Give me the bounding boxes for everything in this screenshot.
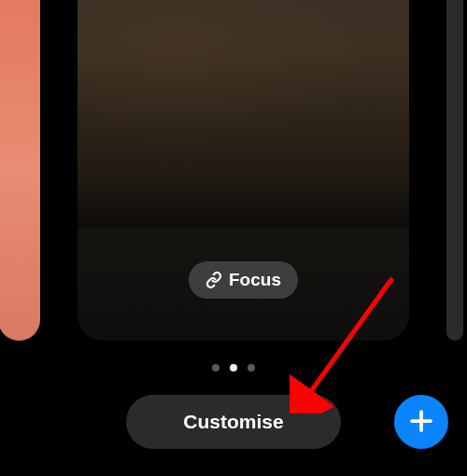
- customise-label: Customise: [183, 411, 283, 433]
- wallpaper-carousel[interactable]: Focus: [0, 0, 467, 341]
- customise-button[interactable]: Customise: [126, 395, 341, 449]
- bottom-toolbar: Customise: [0, 392, 467, 452]
- focus-button[interactable]: Focus: [189, 261, 298, 299]
- plus-icon: [407, 407, 435, 438]
- link-icon: [205, 272, 222, 288]
- wallpaper-card-current[interactable]: Focus: [78, 0, 409, 341]
- wallpaper-card-next[interactable]: [446, 0, 463, 341]
- page-indicator: [212, 364, 255, 371]
- page-dot: [248, 364, 255, 371]
- focus-label: Focus: [229, 270, 281, 290]
- add-button[interactable]: [394, 395, 448, 449]
- wallpaper-card-previous[interactable]: [0, 0, 40, 341]
- page-dot: [212, 364, 219, 371]
- page-dot-active: [230, 364, 237, 371]
